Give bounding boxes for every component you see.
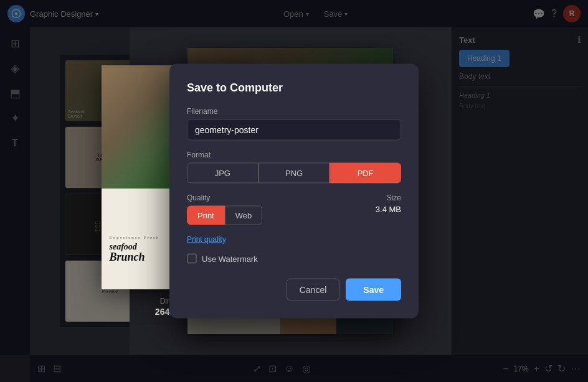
print-quality-link[interactable]: Print quality <box>187 235 401 244</box>
watermark-row: Use Watermark <box>187 254 401 264</box>
size-label: Size <box>376 193 401 202</box>
cancel-button[interactable]: Cancel <box>287 279 340 301</box>
quality-column: Quality Print Web <box>187 193 262 225</box>
filename-label: Filename <box>187 107 401 116</box>
filename-input[interactable] <box>187 119 401 141</box>
format-jpg-button[interactable]: JPG <box>187 163 258 184</box>
preview-title: Experience Fresh seafoodBrunch <box>110 236 160 263</box>
size-value: 3.4 MB <box>376 205 401 214</box>
quality-label: Quality <box>187 193 262 202</box>
dialog-title: Save to Computer <box>187 82 401 95</box>
dialog-actions: Cancel Save <box>187 279 401 301</box>
size-column: Size 3.4 MB <box>376 193 401 214</box>
quality-size-row: Quality Print Web Size 3.4 MB <box>187 193 401 225</box>
save-dialog: Save to Computer Filename Format JPG PNG… <box>169 64 419 319</box>
watermark-checkbox[interactable] <box>187 254 197 264</box>
quality-print-button[interactable]: Print <box>187 206 225 225</box>
format-label: Format <box>187 151 401 159</box>
quality-web-button[interactable]: Web <box>225 206 263 225</box>
format-selector: JPG PNG PDF <box>187 163 401 184</box>
watermark-label: Use Watermark <box>202 254 258 263</box>
quality-selector: Print Web <box>187 206 262 225</box>
format-png-button[interactable]: PNG <box>258 163 330 184</box>
save-computer-button[interactable]: Save <box>346 279 401 301</box>
format-pdf-button[interactable]: PDF <box>330 163 401 184</box>
